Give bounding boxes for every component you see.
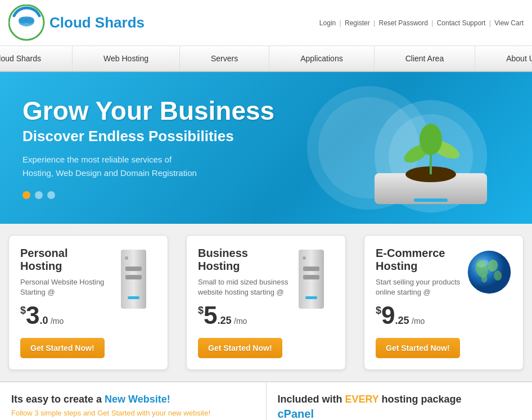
personal-hosting-btn[interactable]: Get Started Now! — [20, 338, 105, 358]
personal-hosting-card: Personal Hosting Personal Website Hostin… — [8, 235, 168, 370]
svg-rect-23 — [303, 267, 319, 271]
bottom-right: Included with EVERY hosting package cPan… — [267, 382, 533, 420]
svg-point-26 — [303, 256, 306, 260]
ecommerce-hosting-btn[interactable]: Get Started Now! — [376, 338, 460, 358]
business-hosting-title: Business Hosting — [198, 247, 289, 273]
business-hosting-price: $5.25 /mo — [198, 303, 289, 328]
svg-point-16 — [420, 124, 442, 155]
hero-section: Grow Your Business Discover Endless Poss… — [0, 72, 532, 224]
register-link[interactable]: Register — [345, 19, 370, 27]
nav-item-client-area[interactable]: Client Area — [375, 46, 475, 71]
svg-rect-19 — [125, 275, 142, 279]
nav-item-servers[interactable]: Servers — [180, 46, 269, 71]
top-links: Login | Register | Reset Password | Cont… — [319, 19, 524, 27]
top-bar: Cloud Shards Login | Register | Reset Pa… — [0, 0, 532, 46]
reset-password-link[interactable]: Reset Password — [379, 19, 428, 27]
nav-item-applications[interactable]: Applications — [269, 46, 375, 71]
bottom-left-title: Its easy to create a New Website! — [11, 394, 255, 405]
hero-illustration — [346, 83, 515, 213]
main-nav: Cloud Shards Web Hosting Servers Applica… — [0, 46, 532, 72]
svg-rect-24 — [303, 275, 319, 279]
svg-rect-11 — [414, 198, 448, 202]
bottom-left: Its easy to create a New Website! Follow… — [0, 382, 267, 420]
hosting-section: Personal Hosting Personal Website Hostin… — [0, 224, 532, 381]
bottom-right-subtitle: cPanel — [278, 408, 521, 420]
personal-hosting-title: Personal Hosting — [20, 247, 111, 273]
business-hosting-desc: Small to mid sized business website host… — [198, 277, 289, 297]
personal-hosting-desc: Personal Website Hosting Starting @ — [20, 277, 111, 297]
svg-point-27 — [468, 251, 511, 293]
svg-point-7 — [25, 17, 34, 24]
ecommerce-hosting-desc: Start selling your products online start… — [376, 277, 467, 297]
nav-item-cloud-shards[interactable]: Cloud Shards — [0, 46, 73, 71]
svg-rect-18 — [125, 267, 142, 271]
svg-point-31 — [481, 274, 488, 282]
ecommerce-globe-icon — [467, 247, 512, 297]
logo-icon — [8, 4, 45, 41]
nav-item-about-us[interactable]: About Us — [475, 46, 532, 71]
view-cart-link[interactable]: View Cart — [494, 19, 524, 27]
svg-rect-25 — [305, 296, 317, 299]
ecommerce-hosting-card: E-Commerce Hosting Start selling your pr… — [364, 235, 524, 370]
hero-dot-2[interactable] — [35, 191, 43, 199]
business-hosting-card: Business Hosting Small to mid sized busi… — [186, 235, 346, 370]
hero-dot-1[interactable] — [22, 191, 30, 199]
bottom-left-desc: Follow 3 simple steps and Get Started wi… — [11, 409, 255, 417]
ecommerce-hosting-price: $9.25 /mo — [376, 303, 467, 328]
personal-hosting-server-icon — [115, 247, 152, 311]
logo-text: Cloud Shards — [49, 14, 145, 31]
bottom-right-title: Included with EVERY hosting package — [278, 394, 521, 405]
login-link[interactable]: Login — [319, 19, 336, 27]
bottom-section: Its easy to create a New Website! Follow… — [0, 381, 532, 420]
hero-dot-3[interactable] — [47, 191, 55, 199]
business-hosting-server-icon — [293, 247, 330, 311]
contact-support-link[interactable]: Contact Support — [437, 19, 486, 27]
ecommerce-hosting-title: E-Commerce Hosting — [376, 247, 467, 273]
svg-point-21 — [125, 256, 128, 260]
svg-rect-20 — [128, 296, 139, 299]
personal-hosting-price: $3.0 /mo — [20, 303, 111, 328]
hero-image — [346, 83, 515, 213]
business-hosting-btn[interactable]: Get Started Now! — [198, 338, 282, 358]
nav-item-web-hosting[interactable]: Web Hosting — [73, 46, 180, 71]
logo-area: Cloud Shards — [8, 4, 145, 41]
